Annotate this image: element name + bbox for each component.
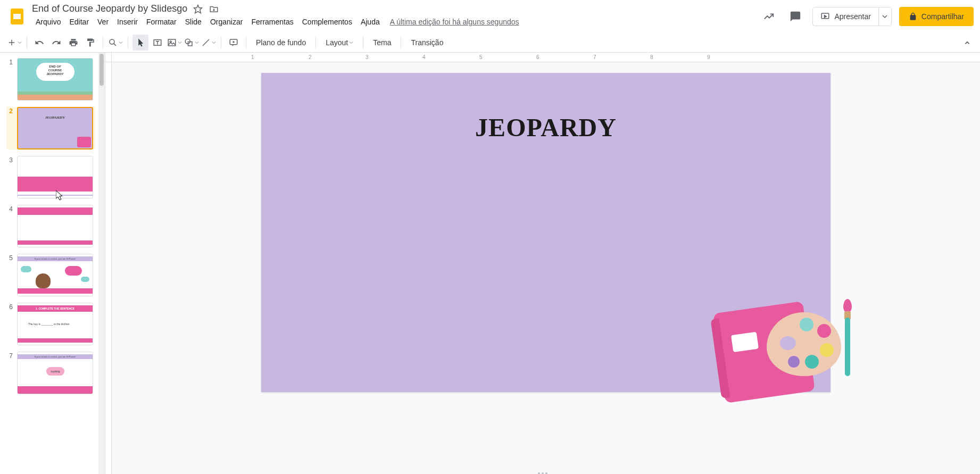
slide-thumbnail-6[interactable]: 1. COMPLETE THE SENTENCE The boy is ____… xyxy=(17,303,93,345)
new-slide-button[interactable] xyxy=(6,35,22,51)
zoom-button[interactable] xyxy=(107,35,123,51)
vertical-ruler[interactable] xyxy=(105,62,112,474)
select-tool[interactable] xyxy=(132,35,148,51)
menu-view[interactable]: Ver xyxy=(94,15,112,28)
horizontal-ruler[interactable]: 1 2 3 4 5 6 7 8 9 xyxy=(112,53,980,62)
star-icon[interactable] xyxy=(193,4,203,14)
thumb-number: 7 xyxy=(6,352,13,394)
thumb-number: 3 xyxy=(6,156,13,198)
svg-rect-6 xyxy=(168,39,176,46)
layout-button[interactable]: Layout xyxy=(320,35,359,50)
thumb-number: 6 xyxy=(6,303,13,345)
slide-thumbnail-2[interactable]: JEOPARDY xyxy=(17,107,93,149)
undo-button[interactable] xyxy=(31,35,47,51)
share-button[interactable]: Compartilhar xyxy=(899,7,974,26)
slide-thumbnail-1[interactable]: END OFCOURSEJEOPARDY xyxy=(17,58,93,101)
last-edit-link[interactable]: A última edição foi há alguns segundos xyxy=(390,18,519,26)
shape-tool[interactable] xyxy=(184,35,200,51)
menu-help[interactable]: Ajuda xyxy=(357,15,384,28)
present-dropdown[interactable] xyxy=(878,7,891,26)
slide-artwork[interactable] xyxy=(719,302,857,408)
ruler-corner xyxy=(105,53,112,62)
thumb-number: 2 xyxy=(6,107,13,149)
slides-app-icon[interactable] xyxy=(6,6,28,27)
canvas-area: 1 2 3 4 5 6 7 8 9 JEOPARDY xyxy=(105,53,980,474)
menu-format[interactable]: Formatar xyxy=(143,15,180,28)
background-button[interactable]: Plano de fundo xyxy=(251,35,311,50)
theme-button[interactable]: Tema xyxy=(368,35,396,50)
slide-title-text[interactable]: JEOPARDY xyxy=(475,113,617,142)
line-tool[interactable] xyxy=(201,35,217,51)
slide-thumbnail-5[interactable]: If your answer is correct, you win 10 Po… xyxy=(17,254,93,296)
share-label: Compartilhar xyxy=(921,12,964,21)
present-button[interactable]: Apresentar xyxy=(813,7,878,26)
present-icon xyxy=(820,12,830,21)
menu-tools[interactable]: Ferramentas xyxy=(247,15,297,28)
thumb-number: 5 xyxy=(6,254,13,296)
collapse-toolbar-icon[interactable] xyxy=(961,32,974,53)
comments-icon[interactable] xyxy=(786,7,805,26)
svg-marker-2 xyxy=(194,5,202,13)
image-tool[interactable] xyxy=(167,35,182,51)
activity-icon[interactable] xyxy=(759,7,778,26)
lock-icon xyxy=(909,12,917,21)
menu-insert[interactable]: Inserir xyxy=(113,15,142,28)
sidebar-scrollbar[interactable] xyxy=(98,53,105,474)
slide-canvas[interactable]: JEOPARDY xyxy=(261,73,830,392)
brush-icon xyxy=(843,296,852,381)
chevron-down-icon xyxy=(882,14,887,19)
comment-button[interactable] xyxy=(226,35,242,51)
present-button-group: Apresentar xyxy=(812,7,891,26)
thumb-number: 1 xyxy=(6,58,13,101)
svg-point-4 xyxy=(110,39,114,44)
svg-rect-1 xyxy=(13,14,21,19)
slide-panel: 1 END OFCOURSEJEOPARDY 2 JEOPARDY 3 4 5 xyxy=(0,53,105,474)
menu-addons[interactable]: Complementos xyxy=(298,15,356,28)
present-label: Apresentar xyxy=(834,12,870,21)
move-folder-icon[interactable] xyxy=(209,4,219,14)
slide-thumbnail-3[interactable] xyxy=(17,156,93,198)
toolbar: Plano de fundo Layout Tema Transição xyxy=(0,32,980,53)
mouse-cursor-icon xyxy=(56,190,63,201)
paint-format-button[interactable] xyxy=(82,35,98,51)
menu-edit[interactable]: Editar xyxy=(65,15,93,28)
menu-arrange[interactable]: Organizar xyxy=(206,15,246,28)
textbox-tool[interactable] xyxy=(150,35,165,51)
menu-slide[interactable]: Slide xyxy=(181,15,205,28)
thumb-number: 4 xyxy=(6,205,13,247)
slide-thumbnail-7[interactable]: If your answer is correct, you win 10 Po… xyxy=(17,352,93,394)
menubar: Arquivo Editar Ver Inserir Formatar Slid… xyxy=(32,14,755,29)
redo-button[interactable] xyxy=(48,35,64,51)
transition-button[interactable]: Transição xyxy=(405,35,449,50)
slide-thumbnail-4[interactable] xyxy=(17,205,93,247)
doc-title[interactable]: End of Course Jeopardy by Slidesgo xyxy=(32,3,187,14)
menu-file[interactable]: Arquivo xyxy=(32,15,64,28)
palette-icon xyxy=(767,312,841,376)
print-button[interactable] xyxy=(65,35,81,51)
